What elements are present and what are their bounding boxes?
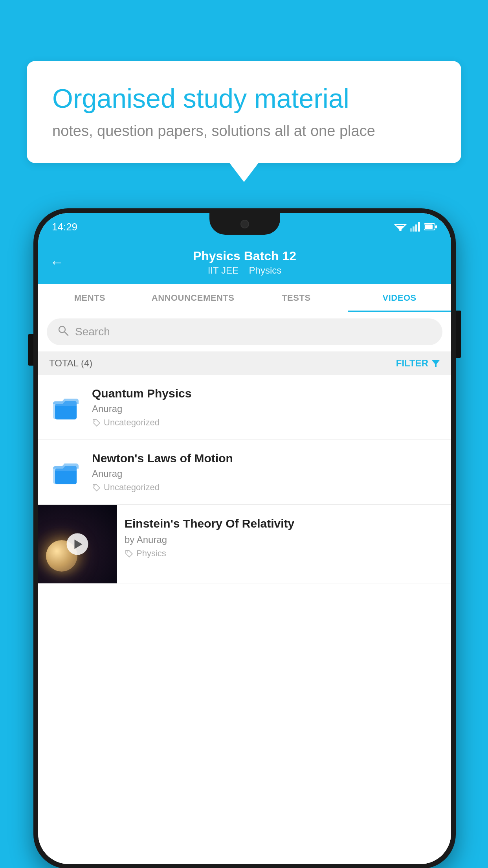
video-author: Anurag xyxy=(92,468,441,479)
video-tag: Physics xyxy=(125,548,443,559)
header-subtitle-part1: IIT JEE xyxy=(208,265,238,276)
svg-rect-5 xyxy=(415,224,417,232)
header-title: Physics Batch 12 xyxy=(193,249,296,263)
tag-text: Uncategorized xyxy=(104,417,160,428)
tag-icon xyxy=(125,549,133,558)
video-title: Quantum Physics xyxy=(92,387,441,400)
speech-bubble-subtitle: notes, question papers, solutions all at… xyxy=(52,123,436,140)
wifi-icon xyxy=(394,222,407,232)
tab-videos[interactable]: VIDEOS xyxy=(348,284,451,312)
phone-mockup: 14:29 xyxy=(33,208,456,868)
signal-icon xyxy=(410,222,421,232)
list-item[interactable]: Quantum Physics Anurag Uncategorized xyxy=(38,375,451,440)
tag-text: Uncategorized xyxy=(104,482,160,493)
speech-bubble-title: Organised study material xyxy=(52,83,436,115)
battery-icon xyxy=(424,223,437,231)
phone-screen: 14:29 xyxy=(38,213,451,864)
folder-icon-quantum xyxy=(48,390,83,425)
tab-tests[interactable]: TESTS xyxy=(245,284,348,312)
svg-point-19 xyxy=(127,552,128,553)
folder-icon-newton xyxy=(48,454,83,490)
video-author: by Anurag xyxy=(125,534,443,545)
app-header: ← Physics Batch 12 IIT JEE Physics xyxy=(38,241,451,284)
filter-button[interactable]: FILTER xyxy=(396,358,440,369)
phone-outer: 14:29 xyxy=(33,208,456,868)
tab-bar: MENTS ANNOUNCEMENTS TESTS VIDEOS xyxy=(38,284,451,312)
back-button[interactable]: ← xyxy=(50,254,64,270)
svg-point-18 xyxy=(94,485,95,487)
video-info-quantum: Quantum Physics Anurag Uncategorized xyxy=(92,387,441,428)
tag-icon xyxy=(92,483,101,492)
speech-bubble: Organised study material notes, question… xyxy=(27,61,461,163)
video-thumbnail-einstein xyxy=(38,505,117,583)
space-background xyxy=(38,505,117,583)
play-button-icon[interactable] xyxy=(67,533,88,555)
svg-rect-4 xyxy=(413,226,415,232)
status-icons xyxy=(394,222,437,232)
svg-line-11 xyxy=(64,332,68,335)
video-title: Einstein's Theory Of Relativity xyxy=(125,516,443,531)
svg-rect-8 xyxy=(425,224,433,229)
header-subtitle: IIT JEE Physics xyxy=(193,265,296,276)
video-title: Newton's Laws of Motion xyxy=(92,452,441,465)
search-placeholder: Search xyxy=(75,326,110,338)
search-container: Search xyxy=(38,312,451,351)
video-list: Quantum Physics Anurag Uncategorized xyxy=(38,375,451,864)
search-icon xyxy=(58,325,69,339)
phone-notch xyxy=(209,213,280,235)
filter-bar: TOTAL (4) FILTER xyxy=(38,351,451,375)
video-info-einstein: Einstein's Theory Of Relativity by Anura… xyxy=(117,505,451,570)
tag-icon xyxy=(92,418,101,427)
total-count: TOTAL (4) xyxy=(49,358,92,369)
header-title-block: Physics Batch 12 IIT JEE Physics xyxy=(193,249,296,276)
status-time: 14:29 xyxy=(52,221,77,233)
header-subtitle-part2: Physics xyxy=(249,265,282,276)
svg-rect-6 xyxy=(418,222,420,232)
svg-point-15 xyxy=(94,421,95,422)
filter-label: FILTER xyxy=(396,358,428,369)
tab-announcements[interactable]: ANNOUNCEMENTS xyxy=(141,284,245,312)
svg-marker-12 xyxy=(432,360,440,367)
video-info-newton: Newton's Laws of Motion Anurag Uncategor… xyxy=(92,452,441,493)
play-triangle xyxy=(74,539,82,549)
list-item[interactable]: Einstein's Theory Of Relativity by Anura… xyxy=(38,505,451,583)
tag-text: Physics xyxy=(136,548,166,559)
search-bar[interactable]: Search xyxy=(47,318,442,345)
tab-documents[interactable]: MENTS xyxy=(38,284,141,312)
camera-icon xyxy=(240,220,249,228)
svg-rect-3 xyxy=(410,228,412,232)
filter-icon xyxy=(431,359,440,368)
video-author: Anurag xyxy=(92,403,441,414)
svg-rect-9 xyxy=(435,225,437,228)
video-tag: Uncategorized xyxy=(92,417,441,428)
svg-point-2 xyxy=(399,229,402,231)
list-item[interactable]: Newton's Laws of Motion Anurag Uncategor… xyxy=(38,440,451,505)
video-tag: Uncategorized xyxy=(92,482,441,493)
